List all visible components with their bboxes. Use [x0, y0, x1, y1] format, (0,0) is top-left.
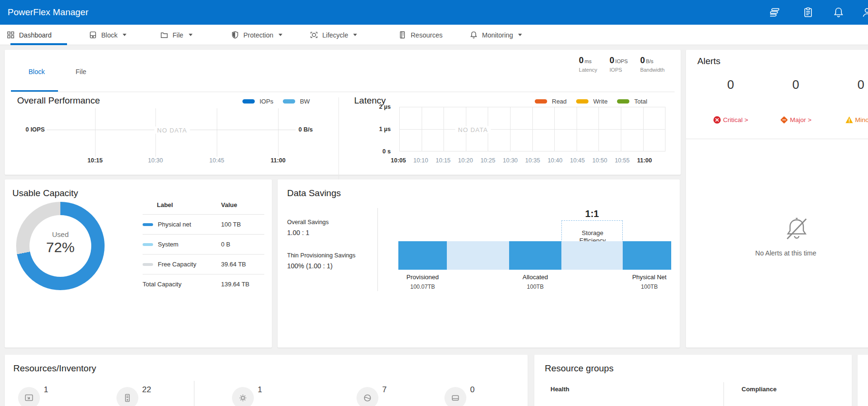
table-row: Physical net 100 TB [143, 214, 264, 234]
table-row-total: Total Capacity 139.64 TB [143, 274, 264, 294]
row-label: Total Capacity [143, 281, 221, 288]
row-label: Free Capacity [158, 261, 221, 268]
critical-link-label: Critical > [723, 116, 748, 123]
capacity-table-header: Label Value [143, 198, 264, 214]
gridline [217, 108, 217, 157]
perf-summary-stats: 0ms Latency 0IOPS IOPS 0B/s Bandwidth [579, 56, 665, 73]
nav-block[interactable]: Block [89, 25, 126, 45]
physical-net-swatch [143, 223, 153, 226]
read-legend-swatch [535, 99, 547, 104]
left-axis-value: 0 IOPS [19, 126, 45, 133]
x-tick: 10:30 [141, 157, 170, 164]
inventory-count: 1 [44, 385, 48, 395]
gridline [399, 129, 665, 130]
legend-label: IOPs [260, 98, 273, 105]
major-count: 0 [762, 77, 829, 92]
legend-label: BW [300, 98, 310, 105]
donut-used-value: 72% [16, 239, 105, 255]
write-legend-swatch [576, 99, 588, 104]
lifecycle-icon [310, 31, 318, 39]
gridline [95, 108, 96, 157]
savings-bar [398, 241, 671, 270]
chevron-down-icon [353, 34, 357, 36]
nav-protection[interactable]: Protection [231, 25, 282, 45]
chevron-down-icon [279, 34, 282, 36]
active-nav-underline [10, 43, 67, 45]
bar-label: Provisioned [389, 274, 456, 281]
row-value: 139.64 TB [221, 281, 250, 288]
volume-icon [444, 387, 466, 406]
critical-alerts-link[interactable]: Critical > [693, 116, 769, 124]
major-alerts-link[interactable]: Major > [758, 116, 834, 124]
free-capacity-swatch [143, 263, 153, 266]
bw-legend-swatch [283, 99, 295, 104]
x-tick: 10:15 [433, 157, 453, 164]
inventory-count: 7 [382, 385, 386, 395]
cabinet-icon [398, 31, 406, 39]
overall-savings-value: 1.00 : 1 [287, 229, 309, 236]
legend-label: Total [634, 98, 647, 105]
inventory-count: 0 [470, 385, 474, 395]
usable-capacity-card: Usable Capacity Used 72% Label Value Phy… [5, 179, 272, 348]
nav-label: File [173, 31, 183, 39]
nav-lifecycle[interactable]: Lifecycle [310, 25, 357, 45]
stat-bandwidth: 0B/s Bandwidth [640, 56, 665, 73]
no-alerts-text: No Alerts at this time [738, 249, 833, 257]
overall-performance-title: Overall Performance [17, 95, 100, 106]
user-icon[interactable] [861, 7, 868, 18]
major-icon [780, 116, 788, 124]
major-link-label: Major > [790, 116, 811, 123]
jobs-layers-icon[interactable] [770, 7, 781, 18]
minor-count: 0 [828, 77, 868, 92]
col-header-label: Label [157, 201, 221, 208]
inventory-item-protection-domains[interactable]: 1 [232, 387, 262, 406]
storage-efficiency-ratio: 1:1 [561, 208, 623, 219]
inventory-item-systems[interactable]: 1 [18, 387, 48, 406]
resource-groups-title: Resource groups [545, 363, 614, 374]
minor-alerts-link[interactable]: Minor > [823, 116, 868, 124]
row-value: 100 TB [221, 221, 241, 228]
nav-monitoring[interactable]: Monitoring [470, 25, 522, 45]
notifications-bell-icon[interactable] [833, 7, 844, 18]
tab-file[interactable]: File [76, 68, 87, 76]
right-axis-value: 0 B/s [299, 126, 313, 133]
inventory-count: 22 [142, 385, 151, 395]
clipboard-icon[interactable] [802, 7, 814, 18]
x-tick: 10:15 [81, 157, 109, 164]
divider [194, 381, 194, 406]
bar-value: 100.07TB [389, 283, 456, 290]
nav-label: Dashboard [19, 31, 52, 39]
col-header-value: Value [221, 201, 237, 208]
table-row: System 0 B [143, 234, 264, 254]
nav-file[interactable]: File [160, 25, 193, 45]
overall-performance-legend: IOPs BW [242, 98, 315, 105]
thin-provisioning-value: 100% (1.00 : 1) [287, 262, 333, 270]
clipped-card-edge [858, 355, 868, 406]
physical-net-segment [623, 241, 671, 270]
nav-dashboard[interactable]: Dashboard [7, 25, 52, 45]
x-tick: 11:00 [634, 157, 655, 164]
chevron-down-icon [123, 34, 126, 36]
performance-card: Block File 0ms Latency 0IOPS IOPS 0B/s B… [5, 50, 681, 175]
inventory-count: 1 [258, 385, 262, 395]
inventory-item-volumes[interactable]: 0 [444, 387, 474, 406]
powerflex-dashboard: PowerFlex Manager [0, 0, 868, 406]
legend-label: Write [593, 98, 608, 105]
provisioned-segment [398, 241, 447, 270]
health-column-header: Health [550, 386, 569, 393]
nav-resources[interactable]: Resources [398, 25, 443, 45]
chevron-down-icon [189, 34, 193, 36]
inventory-item-storage-pools[interactable]: 7 [357, 387, 386, 406]
x-tick: 10:40 [545, 157, 566, 164]
gridline [278, 108, 279, 157]
latency-x-ticks: 10:05 10:10 10:15 10:20 10:25 10:30 10:3… [388, 157, 655, 164]
row-label: System [158, 241, 221, 248]
no-data-label: NO DATA [154, 127, 190, 134]
compliance-column-header: Compliance [742, 386, 777, 393]
thin-provisioning-label: Thin Provisioning Savings [287, 252, 356, 259]
app-title: PowerFlex Manager [8, 0, 88, 25]
x-tick: 10:50 [589, 157, 610, 164]
inventory-item-hosts[interactable]: 22 [116, 387, 151, 406]
tab-block[interactable]: Block [29, 68, 45, 76]
donut-used-label: Used [16, 230, 105, 238]
